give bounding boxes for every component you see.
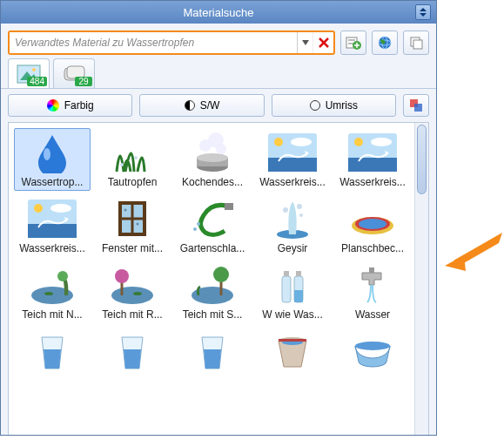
search-box (8, 30, 335, 55)
grid-item-label: Geysir (257, 242, 328, 254)
search-input[interactable] (10, 32, 297, 53)
bw-circle-icon (185, 100, 195, 111)
grid-item[interactable]: Wasserkreis... (14, 194, 91, 257)
svg-rect-33 (268, 158, 317, 172)
scrollbar[interactable] (414, 123, 428, 436)
svg-marker-1 (420, 13, 427, 17)
filter-color-button[interactable]: Farbig (8, 94, 132, 117)
clear-search-button[interactable] (312, 32, 333, 53)
svg-point-31 (216, 144, 226, 154)
grid-item[interactable]: Wasserkreis... (254, 128, 331, 191)
filter-bw-label: S/W (200, 99, 220, 112)
svg-point-51 (124, 209, 127, 212)
tab-images[interactable]: 484 (8, 58, 50, 88)
search-dropdown-button[interactable] (297, 32, 312, 53)
grid-item[interactable]: Teich mit N... (14, 261, 91, 323)
grid-item-label: Wasser (337, 308, 408, 321)
callout-arrow-icon (443, 231, 504, 274)
svg-marker-0 (420, 8, 427, 11)
tab-other[interactable]: 29 (53, 58, 95, 88)
grid-item-label: W wie Was... (257, 308, 328, 321)
grid-item-label: Teich mit N... (17, 308, 88, 321)
svg-rect-76 (369, 267, 374, 273)
svg-rect-43 (28, 224, 77, 238)
grid-item[interactable]: Geysir (254, 194, 331, 257)
outline-circle-icon (310, 100, 320, 111)
grid-item[interactable] (254, 327, 331, 377)
results-grid: Wassertrop...TautropfenKochendes...Wasse… (9, 123, 414, 436)
grid-item-label: Tautropfen (97, 176, 168, 188)
thumbnail-icon (25, 329, 79, 373)
grid-item[interactable]: Wassertrop... (14, 128, 91, 191)
grid-item-label: Wasserkreis... (257, 176, 328, 188)
thumbnail-icon (25, 263, 79, 307)
svg-point-18 (32, 68, 36, 71)
grid-item[interactable]: Wasser (334, 261, 411, 323)
grid-item[interactable]: W wie Was... (254, 261, 331, 323)
search-row (1, 24, 436, 58)
collapse-button[interactable] (415, 4, 431, 20)
svg-rect-79 (279, 339, 306, 342)
thumbnail-icon (346, 197, 400, 240)
grid-item[interactable]: Gartenschla... (174, 194, 251, 257)
filter-outline-button[interactable]: Umriss (272, 94, 396, 117)
grid-item[interactable] (94, 327, 171, 377)
thumbnail-icon (105, 263, 159, 307)
svg-rect-15 (413, 40, 422, 49)
filter-bw-button[interactable]: S/W (139, 94, 264, 117)
grid-item-label: Teich mit S... (177, 308, 248, 321)
thumbnail-icon (346, 329, 400, 373)
svg-point-68 (133, 292, 142, 295)
add-button[interactable] (340, 30, 366, 55)
thumbnail-icon (105, 329, 159, 373)
grid-item[interactable]: Tautropfen (94, 128, 171, 191)
x-icon (319, 37, 329, 48)
grid-item[interactable]: Teich mit R... (94, 261, 171, 323)
thumbnail-icon (265, 263, 319, 307)
svg-point-54 (197, 222, 200, 226)
thumbnail-icon (265, 131, 319, 174)
results-area: Wassertrop...TautropfenKochendes...Wasse… (8, 122, 429, 436)
filter-row: Farbig S/W Umriss (1, 89, 436, 122)
grid-item-label: Planschbec... (337, 242, 408, 254)
grid-item[interactable] (334, 327, 411, 377)
thumbnail-icon (105, 197, 159, 240)
thumbnail-icon (185, 329, 239, 373)
svg-point-70 (213, 267, 229, 282)
svg-rect-53 (225, 203, 233, 210)
svg-point-62 (359, 219, 386, 229)
panel-title: Materialsuche (184, 6, 254, 19)
scrollbar-thumb[interactable] (417, 125, 427, 194)
titlebar: Materialsuche (1, 1, 436, 24)
grid-item[interactable]: Teich mit S... (174, 261, 251, 323)
thumbnail-icon (346, 263, 400, 307)
svg-marker-82 (445, 255, 466, 271)
grid-item[interactable] (174, 327, 251, 377)
svg-point-39 (354, 138, 363, 146)
thumbnail-icon (265, 197, 319, 240)
thumbnail-icon (346, 131, 400, 174)
filter-layers-button[interactable] (403, 94, 429, 117)
globe-icon (378, 36, 392, 50)
svg-rect-75 (294, 290, 303, 302)
grid-item[interactable]: Fenster mit... (94, 194, 171, 257)
layers-icon (409, 98, 423, 112)
grid-item-label: Wassertrop... (17, 176, 88, 188)
tab-images-count: 484 (27, 77, 47, 86)
web-button[interactable] (372, 30, 398, 55)
svg-point-55 (193, 227, 197, 231)
svg-point-25 (134, 156, 138, 159)
stack-icon (409, 36, 423, 50)
grid-item-label: Wasserkreis... (17, 242, 88, 254)
svg-point-65 (57, 271, 68, 281)
updown-icon (419, 8, 427, 17)
grid-item[interactable]: Wasserkreis... (334, 128, 411, 191)
grid-item-label: Gartenschla... (177, 242, 248, 254)
grid-item[interactable]: Planschbec... (334, 194, 411, 257)
grid-item[interactable] (14, 327, 91, 377)
grid-item[interactable]: Kochendes... (174, 128, 251, 191)
svg-point-58 (297, 204, 302, 209)
copy-button[interactable] (403, 30, 429, 55)
svg-point-57 (283, 207, 288, 213)
color-wheel-icon (47, 99, 59, 112)
